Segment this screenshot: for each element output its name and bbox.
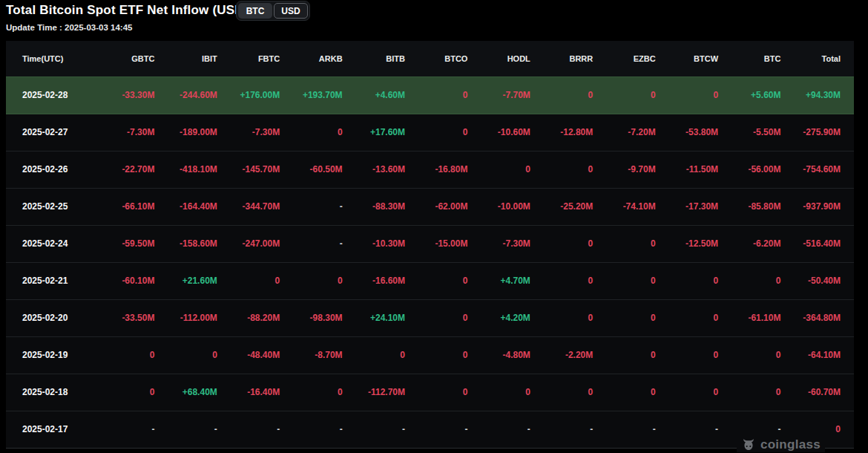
cell-hodl: -10.60M <box>478 114 540 151</box>
cell-btcw: 0 <box>666 336 729 374</box>
cell-brrr: 0 <box>541 374 603 411</box>
cell-gbtc: -60.10M <box>102 262 165 299</box>
cell-btc: +5.60M <box>729 76 791 114</box>
cell-btc: 0 <box>729 336 791 374</box>
cell-hodl: -10.00M <box>478 188 540 225</box>
cell-ibit: +21.60M <box>165 262 227 299</box>
cell-fbtc: 0 <box>228 262 290 299</box>
cell-btc: -56.00M <box>729 151 791 188</box>
cell-brrr: - <box>541 411 603 448</box>
cell-hodl: +4.20M <box>478 299 540 336</box>
cell-btco: -15.00M <box>415 225 478 262</box>
cell-date: 2025-02-17 <box>6 411 102 448</box>
cell-gbtc: 0 <box>102 374 165 411</box>
page-title: Total Bitcoin Spot ETF Net Inflow (USD) <box>6 3 249 18</box>
etf-inflow-table: Time(UTC)GBTCIBITFBTCARKBBITBBTCOHODLBRR… <box>6 41 854 449</box>
cell-fbtc: -16.40M <box>228 374 290 411</box>
cell-hodl: 0 <box>478 374 540 411</box>
cell-ezbc: -7.20M <box>603 114 665 151</box>
currency-toggle: BTC USD <box>236 1 310 21</box>
column-header-btc: BTC <box>729 41 791 76</box>
table-header: Time(UTC)GBTCIBITFBTCARKBBITBBTCOHODLBRR… <box>6 41 854 76</box>
cell-btc: 0 <box>729 374 791 411</box>
cell-ezbc: 0 <box>603 374 665 411</box>
cell-total: -60.70M <box>791 374 854 411</box>
cell-bitb: -88.30M <box>353 188 415 225</box>
cell-ibit: - <box>165 411 227 448</box>
table-row: 2025-02-25-66.10M-164.40M-344.70M--88.30… <box>6 188 854 225</box>
cell-btcw: -12.50M <box>666 225 729 262</box>
cell-bitb: -13.60M <box>353 151 415 188</box>
column-header-brrr: BRRR <box>541 41 603 76</box>
toggle-usd-button[interactable]: USD <box>274 3 308 19</box>
cell-gbtc: -66.10M <box>102 188 165 225</box>
cell-arkb: 0 <box>290 114 352 151</box>
update-time: Update Time : 2025-03-03 14:45 <box>6 23 132 32</box>
cell-gbtc: -22.70M <box>102 151 165 188</box>
cell-total: -275.90M <box>791 114 854 151</box>
cell-hodl: 0 <box>478 151 540 188</box>
column-header-fbtc: FBTC <box>228 41 290 76</box>
cell-brrr: -2.20M <box>541 336 603 374</box>
cell-bitb: -16.60M <box>353 262 415 299</box>
table-row: 2025-02-21-60.10M+21.60M00-16.60M0+4.70M… <box>6 262 854 299</box>
cell-ibit: -418.10M <box>165 151 227 188</box>
column-header-hodl: HODL <box>478 41 540 76</box>
cell-ezbc: 0 <box>603 299 665 336</box>
column-header-btcw: BTCW <box>666 41 729 76</box>
cell-btcw: 0 <box>666 76 729 114</box>
cell-total: -754.60M <box>791 151 854 188</box>
cell-btc: 0 <box>729 262 791 299</box>
cell-date: 2025-02-25 <box>6 188 102 225</box>
column-header-arkb: ARKB <box>290 41 352 76</box>
table-row: 2025-02-17-----------0 <box>6 411 854 448</box>
cell-bitb: 0 <box>353 336 415 374</box>
cell-ibit: -189.00M <box>165 114 227 151</box>
cell-btc: -85.80M <box>729 188 791 225</box>
cell-brrr: -25.20M <box>541 188 603 225</box>
cell-date: 2025-02-21 <box>6 262 102 299</box>
cell-fbtc: - <box>228 411 290 448</box>
cell-arkb: +193.70M <box>290 76 352 114</box>
cell-fbtc: -88.20M <box>228 299 290 336</box>
column-header-bitb: BITB <box>353 41 415 76</box>
cell-ezbc: 0 <box>603 336 665 374</box>
coinglass-watermark: coinglass <box>737 437 825 452</box>
cell-date: 2025-02-27 <box>6 114 102 151</box>
cell-gbtc: -59.50M <box>102 225 165 262</box>
cell-arkb: - <box>290 411 352 448</box>
cell-btcw: 0 <box>666 262 729 299</box>
cell-date: 2025-02-18 <box>6 374 102 411</box>
cell-arkb: - <box>290 188 352 225</box>
cell-bitb: -112.70M <box>353 374 415 411</box>
cell-btco: 0 <box>415 114 478 151</box>
cell-bitb: +4.60M <box>353 76 415 114</box>
cell-ezbc: 0 <box>603 262 665 299</box>
cell-gbtc: -33.50M <box>102 299 165 336</box>
cell-fbtc: -7.30M <box>228 114 290 151</box>
cell-btcw: -11.50M <box>666 151 729 188</box>
cell-total: -516.40M <box>791 225 854 262</box>
cell-arkb: -98.30M <box>290 299 352 336</box>
column-header-total: Total <box>791 41 854 76</box>
cell-gbtc: 0 <box>102 336 165 374</box>
cell-btc: -6.20M <box>729 225 791 262</box>
cell-bitb: - <box>353 411 415 448</box>
toggle-btc-button[interactable]: BTC <box>238 3 272 19</box>
cell-btco: 0 <box>415 76 478 114</box>
table-row: 2025-02-180+68.40M-16.40M0-112.70M000000… <box>6 374 854 411</box>
cell-total: -364.80M <box>791 299 854 336</box>
cell-btco: 0 <box>415 299 478 336</box>
cell-bitb: -10.30M <box>353 225 415 262</box>
cell-date: 2025-02-19 <box>6 336 102 374</box>
cell-fbtc: -344.70M <box>228 188 290 225</box>
cell-brrr: -12.80M <box>541 114 603 151</box>
cell-btco: - <box>415 411 478 448</box>
cell-ezbc: 0 <box>603 76 665 114</box>
cell-btcw: - <box>666 411 729 448</box>
cell-ezbc: -74.10M <box>603 188 665 225</box>
cell-arkb: 0 <box>290 262 352 299</box>
cell-brrr: 0 <box>541 151 603 188</box>
cell-hodl: -4.80M <box>478 336 540 374</box>
cell-gbtc: - <box>102 411 165 448</box>
